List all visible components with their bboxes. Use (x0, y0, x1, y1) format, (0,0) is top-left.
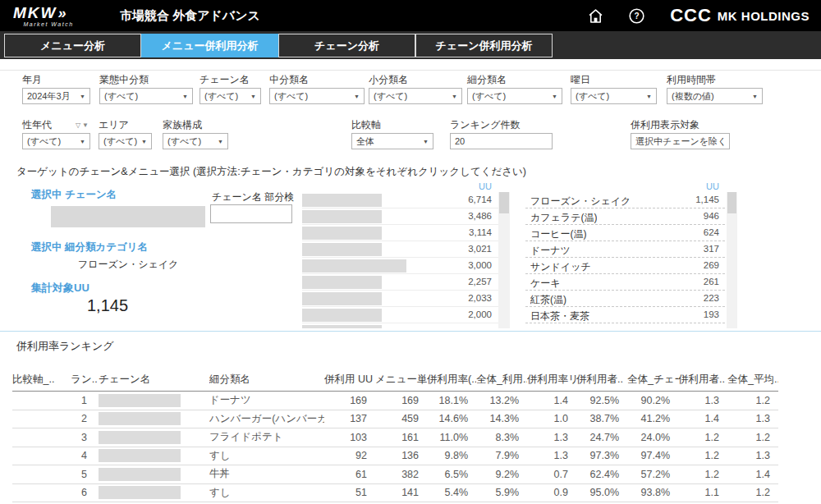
svg-text:?: ? (634, 11, 639, 21)
section-divider (0, 331, 821, 332)
ranking-count-input[interactable] (455, 136, 548, 146)
year-month-dropdown[interactable]: 2024年3月▼ (22, 88, 90, 104)
ranking-table-row[interactable]: 3フライドポテト10316111.0%8.3%1.324.7%24.0%1.21… (12, 428, 778, 447)
category-name: カフェラテ(温) (530, 211, 597, 225)
logo-chevrons-icon: » (57, 5, 67, 21)
category-list-row[interactable]: サンドイッチ269 (525, 258, 737, 274)
family-structure-dropdown[interactable]: (すべて)▼ (163, 133, 228, 149)
metric-value-cell: 459 (375, 413, 427, 424)
filter-label-text: チェーン名 (200, 73, 250, 87)
chevron-down-icon: ▼ (80, 139, 85, 144)
rank-cell: 3 (70, 432, 99, 443)
ranking-col-header: 比較軸_.. (12, 373, 70, 391)
comparison-axis-dropdown[interactable]: 全体▼ (351, 133, 433, 149)
chevron-down-icon: ▼ (423, 139, 429, 144)
gender-age-dropdown[interactable]: (すべて)▼ (22, 133, 90, 149)
chevron-down-icon: ▼ (218, 139, 223, 144)
chain-uu-value: 2,257 (468, 277, 492, 286)
chain-search-input[interactable] (211, 205, 291, 222)
chain-name-redacted (99, 412, 181, 425)
chain-list-row-partial[interactable] (302, 323, 510, 328)
metric-value-cell: 1.3 (727, 413, 778, 424)
tab-chain-joint-usage-analysis[interactable]: チェーン併利用分析 (415, 34, 553, 57)
metric-value-cell: 382 (375, 469, 427, 480)
chain-list-row[interactable]: 3,114 (302, 225, 510, 241)
metric-value-cell: 161 (375, 432, 427, 443)
filter-family-structure: 家族構成(すべて)▼ (163, 119, 228, 149)
ranking-table-row[interactable]: 5牛丼613826.5%9.2%0.762.4%57.2%1.21.4 (12, 465, 778, 484)
filter-mid-category: 中分類名(すべて)▼ (269, 74, 365, 104)
chain-list-row[interactable]: 6,714 (302, 192, 510, 208)
chain-list-row[interactable]: 3,021 (302, 241, 510, 258)
category-name-cell: すし (209, 486, 324, 500)
metric-value-cell: 103 (324, 432, 375, 443)
dropdown-selected-value: 2024年3月 (27, 90, 71, 103)
filter-label-text: 中分類名 (269, 73, 309, 87)
chain-name-dropdown[interactable]: (すべて)▼ (200, 88, 261, 104)
chain-name-redacted (302, 259, 406, 273)
filter-label-small-category: 小分類名 (369, 74, 462, 86)
metric-value-cell: 97.3% (576, 450, 627, 461)
industry-mid-category-dropdown[interactable]: (すべて)▼ (99, 88, 193, 104)
chain-list-scrollbar[interactable] (498, 192, 510, 328)
category-list-row[interactable]: コーヒー(温)624 (525, 225, 737, 241)
chain-list-row[interactable]: 2,000 (302, 307, 510, 323)
ranking-col-header: 全体_平均.. (727, 373, 778, 391)
small-category-dropdown[interactable]: (すべて)▼ (369, 88, 462, 104)
ccc-mk-holdings-logo: CCC MK HOLDINGS (670, 5, 810, 26)
tab-menu-joint-usage-analysis[interactable]: メニュー併利用分析 (141, 34, 278, 57)
uu-total-value: 1,145 (87, 296, 128, 315)
target-section-instruction: (選択方法:チェーン・カテゴリの対象をそれぞれクリックしてください) (193, 165, 526, 179)
joint-usage-ranking-table: 比較軸_..ラン..チェーン名細分類名併利用 UUメニュー単価併利用率(..全体… (12, 369, 778, 504)
chevron-down-icon: ▼ (141, 139, 147, 144)
tab-chain-analysis[interactable]: チェーン分析 (278, 34, 415, 57)
ranking-table-row[interactable]: 4すし921369.8%7.9%1.397.3%97.4%1.21.3 (12, 447, 778, 466)
filter-funnel-icon[interactable]: ▽ (76, 121, 82, 129)
metric-value-cell: 8.3% (476, 432, 527, 443)
metric-value-cell: 1.2 (727, 432, 778, 443)
category-list-row[interactable]: ドーナツ317 (525, 241, 737, 258)
ranking-table-row[interactable]: 2ハンバーガー(ハンバーガー)13745914.6%14.3%1.038.7%4… (12, 410, 778, 429)
tab-menu-analysis[interactable]: メニュー分析 (4, 34, 141, 57)
category-list-row[interactable]: フローズン・シェイク1,145 (525, 192, 737, 208)
help-icon[interactable]: ? (627, 7, 645, 25)
chevron-down-icon: ▼ (80, 94, 85, 99)
metric-value-cell: 14.3% (476, 413, 527, 424)
home-icon[interactable] (586, 7, 604, 25)
filter-label-comparison-axis: 比較軸 (351, 119, 433, 131)
area-dropdown[interactable]: (すべて)▼ (99, 133, 152, 149)
metric-value-cell: 92.5% (576, 395, 627, 406)
time-slot-dropdown[interactable]: (複数の値)▼ (667, 88, 763, 104)
category-list-row[interactable]: ケーキ261 (525, 274, 737, 291)
metric-value-cell: 136 (375, 450, 427, 461)
filter-label-time-slot: 利用時間帯 (667, 74, 763, 86)
mid-category-dropdown[interactable]: (すべて)▼ (269, 88, 365, 104)
chain-list-row[interactable]: 2,257 (302, 274, 510, 291)
chevron-down-icon: ▼ (182, 94, 188, 99)
brand-name-text: MK HOLDINGS (718, 9, 810, 23)
weekday-dropdown[interactable]: (すべて)▼ (571, 88, 657, 104)
chain-list-row[interactable]: 3,486 (302, 208, 510, 225)
category-list-scrollbar-thumb[interactable] (727, 192, 736, 213)
category-list-row[interactable]: 日本茶・麦茶193 (525, 307, 737, 323)
ranking-col-header: 全体_利用.. (476, 373, 527, 391)
chevron-down-icon[interactable]: ▼ (82, 121, 90, 129)
chain-name-cell (99, 394, 209, 407)
chain-list-scrollbar-thumb[interactable] (499, 192, 509, 213)
ranking-table-row[interactable]: 1ドーナツ16916918.1%13.2%1.492.5%90.2%1.31.2 (12, 392, 778, 410)
chain-name-redacted (99, 486, 181, 499)
filter-label-text: 業態中分類 (99, 73, 149, 87)
top-bar: MKW» Market Watch 市場競合 外食アドバンス ? CCC MK … (0, 0, 821, 31)
chevron-down-icon: ▼ (354, 94, 360, 99)
chevron-down-icon: ▼ (646, 94, 652, 99)
chain-list-row[interactable]: 2,033 (302, 291, 510, 307)
category-list-row[interactable]: 紅茶(温)223 (525, 291, 737, 307)
category-list-scrollbar[interactable] (727, 192, 737, 328)
category-list-row[interactable]: カフェラテ(温)946 (525, 208, 737, 225)
metric-value-cell: 24.7% (576, 432, 627, 443)
joint-usage-display-target-dropdown[interactable]: 選択中チェーンを除く▼ (631, 133, 730, 149)
ranking-table-row[interactable]: 6すし511415.4%5.9%0.995.0%93.8%1.11.2 (12, 484, 778, 503)
chain-list-row[interactable]: 3,000 (302, 258, 510, 274)
category-name-cell: フライドポテト (209, 430, 324, 444)
detail-category-dropdown[interactable]: (すべて)▼ (467, 88, 562, 104)
